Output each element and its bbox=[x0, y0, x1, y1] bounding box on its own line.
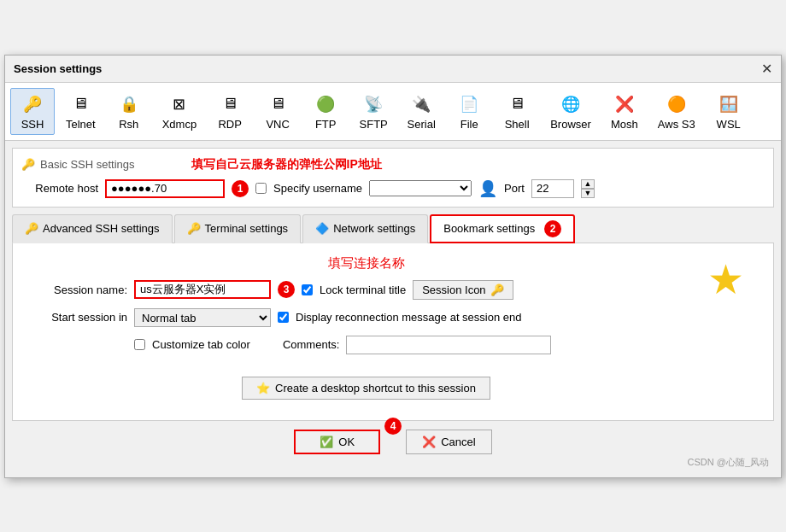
dialog-title: Session settings bbox=[14, 62, 102, 75]
proto-btn-vnc[interactable]: 🖥 VNC bbox=[255, 88, 300, 135]
proto-label-xdmcp: Xdmcp bbox=[162, 118, 196, 131]
start-session-row: Start session in Normal tab Display reco… bbox=[25, 308, 707, 327]
session-icon-label: Session Icon bbox=[422, 284, 485, 296]
advanced-tab-icon: 🔑 bbox=[25, 222, 38, 235]
tab-terminal[interactable]: 🔑 Terminal settings bbox=[174, 214, 302, 243]
cancel-button[interactable]: ❌ Cancel bbox=[406, 430, 491, 454]
tab-network[interactable]: 🔷 Network settings bbox=[302, 214, 428, 243]
create-shortcut-button[interactable]: ⭐ Create a desktop shortcut to this sess… bbox=[242, 377, 490, 400]
lock-terminal-label: Lock terminal title bbox=[320, 284, 406, 296]
session-name-input[interactable] bbox=[134, 280, 271, 299]
proto-btn-file[interactable]: 📄 File bbox=[447, 88, 491, 135]
proto-btn-telnet[interactable]: 🖥 Telnet bbox=[58, 88, 103, 135]
tab-bookmark[interactable]: Bookmark settings 2 bbox=[430, 214, 575, 243]
basic-ssh-panel: 🔑 Basic SSH settings 填写自己云服务器的弹性公网IP地址 R… bbox=[12, 148, 774, 208]
customize-tab-color-label: Customize tab color bbox=[152, 338, 250, 351]
network-tab-icon: 🔷 bbox=[315, 222, 329, 235]
proto-label-sftp: SFTP bbox=[360, 118, 388, 131]
basic-tab-icon: 🔑 bbox=[21, 158, 35, 171]
advanced-tab-label: Advanced SSH settings bbox=[43, 222, 160, 235]
terminal-tab-icon: 🔑 bbox=[187, 222, 201, 235]
awss3-icon: 🟠 bbox=[665, 92, 689, 116]
proto-btn-xdmcp[interactable]: ⊠ Xdmcp bbox=[155, 88, 204, 135]
browser-icon: 🌐 bbox=[559, 92, 583, 116]
network-tab-label: Network settings bbox=[333, 222, 415, 235]
port-spinner[interactable]: ▲ ▼ bbox=[581, 179, 595, 198]
bookmark-tab-content: 填写连接名称 Session name: document.querySelec… bbox=[12, 243, 774, 421]
wsl-icon: 🪟 bbox=[717, 92, 741, 116]
port-down-btn[interactable]: ▼ bbox=[581, 189, 595, 198]
user-icon: 👤 bbox=[478, 179, 497, 198]
proto-label-file: File bbox=[460, 118, 478, 131]
shell-icon: 🖥 bbox=[505, 92, 529, 116]
proto-label-shell: Shell bbox=[505, 118, 530, 131]
sftp-icon: 📡 bbox=[361, 92, 385, 116]
protocol-bar: 🔑 SSH 🖥 Telnet 🔒 Rsh ⊠ Xdmcp 🖥 RDP 🖥 VNC… bbox=[5, 83, 781, 141]
specify-username-label: Specify username bbox=[273, 182, 362, 195]
port-input[interactable] bbox=[531, 179, 574, 198]
watermark: CSDN @心随_风动 bbox=[12, 454, 774, 471]
ok-icon: ✅ bbox=[320, 436, 333, 448]
proto-btn-browser[interactable]: 🌐 Browser bbox=[543, 88, 599, 135]
proto-label-mosh: Mosh bbox=[611, 118, 638, 131]
specify-username-checkbox[interactable] bbox=[255, 183, 267, 194]
title-bar: Session settings ✕ bbox=[5, 56, 781, 83]
proto-btn-sftp[interactable]: 📡 SFTP bbox=[351, 88, 396, 135]
step-badge-4: 4 bbox=[384, 418, 402, 435]
display-reconnect-checkbox[interactable] bbox=[278, 312, 289, 323]
customize-row: Customize tab color Comments: bbox=[25, 336, 707, 354]
proto-label-ssh: SSH bbox=[21, 118, 44, 131]
close-button[interactable]: ✕ bbox=[761, 61, 772, 77]
cancel-label: Cancel bbox=[441, 436, 475, 448]
proto-btn-shell[interactable]: 🖥 Shell bbox=[495, 88, 539, 135]
proto-btn-serial[interactable]: 🔌 Serial bbox=[399, 88, 443, 135]
ok-button[interactable]: ✅ OK bbox=[294, 430, 380, 454]
basic-tab-title: Basic SSH settings bbox=[40, 158, 135, 171]
serial-icon: 🔌 bbox=[409, 92, 433, 116]
mosh-icon: ❌ bbox=[613, 92, 636, 116]
remote-host-input[interactable] bbox=[105, 179, 225, 198]
proto-label-telnet: Telnet bbox=[66, 118, 96, 131]
display-reconnect-label: Display reconnection message at session … bbox=[296, 311, 521, 324]
rdp-icon: 🖥 bbox=[218, 92, 242, 116]
annotation-text: 填写自己云服务器的弹性公网IP地址 bbox=[191, 157, 382, 172]
proto-label-wsl: WSL bbox=[717, 118, 741, 131]
proto-label-browser: Browser bbox=[550, 118, 591, 131]
telnet-icon: 🖥 bbox=[68, 92, 92, 116]
step-badge-1: 1 bbox=[232, 180, 249, 197]
vnc-icon: 🖥 bbox=[266, 92, 290, 116]
shortcut-btn-label: Create a desktop shortcut to this sessio… bbox=[275, 382, 476, 395]
start-session-select[interactable]: Normal tab bbox=[134, 308, 271, 327]
customize-tab-color-checkbox[interactable] bbox=[134, 339, 145, 350]
ok-label: OK bbox=[338, 436, 355, 448]
bookmark-section-title: 填写连接名称 bbox=[25, 255, 707, 272]
star-decoration: ★ bbox=[707, 255, 744, 303]
proto-btn-rsh[interactable]: 🔒 Rsh bbox=[107, 88, 151, 135]
terminal-tab-label: Terminal settings bbox=[205, 222, 289, 235]
proto-btn-wsl[interactable]: 🪟 WSL bbox=[707, 88, 751, 135]
comments-input[interactable] bbox=[346, 336, 551, 354]
port-up-btn[interactable]: ▲ bbox=[581, 179, 595, 189]
proto-btn-ftp[interactable]: 🟢 FTP bbox=[303, 88, 348, 135]
proto-label-awss3: Aws S3 bbox=[658, 118, 695, 131]
cancel-icon: ❌ bbox=[422, 436, 436, 448]
lock-terminal-checkbox[interactable] bbox=[302, 284, 313, 295]
proto-btn-ssh[interactable]: 🔑 SSH bbox=[10, 88, 55, 135]
remote-host-row: Remote host 1 Specify username 👤 Port ▲ … bbox=[21, 179, 765, 198]
xdmcp-icon: ⊠ bbox=[167, 92, 191, 116]
tab-advanced[interactable]: 🔑 Advanced SSH settings bbox=[12, 214, 173, 243]
proto-label-vnc: VNC bbox=[266, 118, 289, 131]
proto-label-serial: Serial bbox=[408, 118, 436, 131]
session-name-row: Session name: document.querySelector('[d… bbox=[25, 280, 707, 300]
ssh-icon: 🔑 bbox=[21, 92, 44, 116]
proto-btn-mosh[interactable]: ❌ Mosh bbox=[602, 88, 647, 135]
proto-btn-rdp[interactable]: 🖥 RDP bbox=[208, 88, 252, 135]
username-select[interactable] bbox=[369, 180, 472, 196]
proto-label-rdp: RDP bbox=[218, 118, 241, 131]
bookmark-tab-label: Bookmark settings bbox=[443, 222, 535, 235]
proto-btn-awss3[interactable]: 🟠 Aws S3 bbox=[650, 88, 703, 135]
remote-host-label: Remote host bbox=[21, 182, 98, 195]
dialog-content: 🔑 Basic SSH settings 填写自己云服务器的弹性公网IP地址 R… bbox=[5, 141, 781, 477]
session-icon-button[interactable]: Session Icon 🔑 bbox=[413, 280, 513, 300]
bookmark-form: 填写连接名称 Session name: document.querySelec… bbox=[25, 255, 707, 408]
